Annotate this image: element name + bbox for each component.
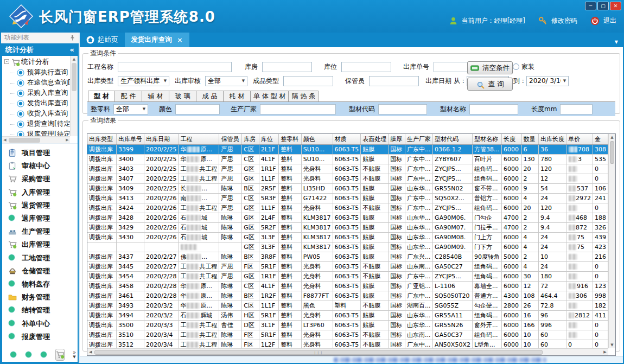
table-row[interactable]: 调拨出库34612020/2/28华原...陈琳B区1R2F整料F8877FT6… (87, 291, 608, 301)
column-header[interactable]: 长度 (501, 134, 521, 144)
table-row[interactable]: 调拨出库35002020/3/3工共工程曹佳D区3L1F整料LT3P606063… (87, 320, 608, 330)
sidebar-item-basket-仓储管理[interactable]: 仓储管理 (2, 265, 78, 278)
column-header[interactable]: 膜厚 (389, 134, 405, 144)
column-header[interactable]: 单价 (566, 134, 593, 144)
tab-home[interactable]: 起始页 (80, 33, 125, 47)
location-input[interactable] (341, 62, 391, 72)
column-header[interactable]: 表面处理 (361, 134, 389, 144)
column-header[interactable]: 型材名称 (472, 134, 501, 144)
table-row[interactable]: 调拨出库33992020/2/25华原...严思C区2L1F整料SU10...6… (87, 144, 608, 154)
material-tab[interactable]: 玻 璃 (169, 91, 196, 101)
column-header[interactable]: 出库日期 (144, 134, 179, 144)
length-input[interactable] (560, 104, 593, 114)
warehouse-input[interactable] (262, 62, 312, 72)
column-header[interactable]: 材质 (333, 134, 361, 144)
menu-dot-icon[interactable] (40, 351, 47, 358)
close-button[interactable]: ✕ (610, 2, 621, 10)
date-to-select[interactable]: 2020/ 3/16 ▼ (526, 76, 569, 86)
column-header[interactable]: 保管员 (219, 134, 242, 144)
out-audit-select[interactable]: 全部 ▼ (205, 76, 247, 86)
scroll-left-icon[interactable]: ◀ (2, 138, 8, 142)
table-row[interactable]: 调拨出库34132020/2/26南...严思C区5R3F整料G71422606… (87, 193, 608, 203)
minimize-button[interactable]: ─ (585, 2, 596, 10)
profile-name-input[interactable] (469, 104, 518, 114)
tab-close-icon[interactable]: × (177, 36, 183, 44)
maximize-button[interactable]: ▢ (597, 2, 609, 10)
scroll-thumb[interactable] (9, 138, 40, 143)
table-row[interactable]: 调拨出库35102020/3/4工共工程陈琳F区5R1F整料光身料6063-T5… (87, 330, 608, 340)
keeper-input[interactable] (369, 76, 419, 86)
column-header[interactable]: 金 (593, 134, 608, 144)
scroll-right-icon[interactable]: ▶ (602, 350, 608, 354)
material-tab[interactable]: 单 体 型 材 (251, 91, 289, 101)
table-row[interactable]: 调拨出库34452020/2/27工共工程严思F区5R1F整料光身料6063-T… (87, 261, 608, 271)
pin-icon[interactable] (69, 35, 75, 41)
tree-item[interactable]: 退货查询[待定] (2, 119, 70, 129)
radio-jiazhuang[interactable]: 家装 (513, 62, 534, 72)
tree-item[interactable]: 退库管理[待定] (2, 129, 70, 136)
material-tab[interactable]: 隔 热 条 (289, 91, 319, 101)
scroll-up-icon[interactable]: ▲ (71, 56, 78, 62)
change-password-link[interactable]: 修改密码 (551, 16, 577, 25)
column-header[interactable]: 颜色 (301, 134, 333, 144)
profile-code-input[interactable] (378, 104, 427, 114)
collapse-icon[interactable]: « (70, 46, 74, 54)
table-row[interactable]: 调拨出库34032020/2/25工共工程严思G区1R1F整料光身料6063-T… (87, 164, 608, 174)
sidebar-item-cart-green-退货管理[interactable]: 退货管理 (2, 199, 78, 212)
material-tab[interactable]: 辅 材 (142, 91, 169, 101)
table-row[interactable]: 调拨出库34092020/2/25长...陈琳B区2R5F整料LI35HD606… (87, 183, 608, 193)
zhengling-select[interactable]: 全部 ▼ (113, 104, 148, 114)
sidebar-item-dot-green-工地管理[interactable]: 工地管理 (2, 252, 78, 265)
product-type-input[interactable] (283, 76, 333, 86)
column-header[interactable]: 生产厂家 (405, 134, 433, 144)
logout-link[interactable]: 退出 (603, 16, 616, 25)
table-row[interactable]: 调拨出库34002020/2/25华原...严思C区4L1F整料SU10...6… (87, 154, 608, 164)
scroll-right-icon[interactable]: ▶ (65, 138, 70, 142)
table-row[interactable]: 调拨出库34302020/2/26石城陈琳G区3L3F整料KLM38176063… (87, 232, 608, 242)
scroll-left-icon[interactable]: ◀ (87, 350, 94, 354)
material-tab[interactable]: 配 件 (115, 91, 142, 101)
column-header[interactable]: 库位 (259, 134, 279, 144)
column-header[interactable]: 出库长度 (538, 134, 566, 144)
column-header[interactable]: 出库类型 (87, 134, 117, 144)
scroll-thumb[interactable] (610, 141, 614, 164)
menu-dot-icon[interactable] (10, 351, 17, 358)
tree-horizontal-scrollbar[interactable]: ◀ ▶ (2, 136, 70, 143)
project-name-input[interactable] (118, 62, 232, 72)
table-row[interactable]: 调拨出库34292020/2/26石城陈琳G区5R2F整料KLM38176063… (87, 222, 608, 232)
table-horizontal-scrollbar[interactable]: ◀ ❘❘❘ ▶ (87, 348, 608, 355)
more-menus-button[interactable]: » ▼ (73, 350, 76, 359)
sidebar-item-cart-采购管理[interactable]: 采购管理 (2, 173, 78, 186)
tree-root-statistics[interactable]: - 统计分析 (2, 56, 70, 67)
factory-input[interactable] (260, 104, 336, 114)
sidebar-item-dot-green-报废管理[interactable]: 报废管理 (2, 330, 78, 343)
column-header[interactable]: 工程 (179, 134, 219, 144)
sidebar-item-clipboard-项目管理[interactable]: 项目管理 (2, 146, 78, 159)
tree-item[interactable]: 收货入库查询 (2, 108, 70, 119)
clear-conditions-button[interactable]: 清空条件 (467, 61, 513, 74)
section-bar-statistics[interactable]: 统计分析 « (1, 43, 79, 56)
tree-vertical-scrollbar[interactable]: ▲ (70, 56, 78, 136)
scroll-thumb[interactable]: ❘❘❘ (94, 350, 543, 355)
table-row[interactable]: 调拨出库34932020/3/2华原...陈琳C区1L1F整料黑色塑料不贴膜国标… (87, 301, 608, 310)
sidebar-item-cart-green-入库管理[interactable]: 入库管理 (2, 186, 78, 199)
sidebar-item-cart-green-出库管理[interactable]: 出库管理 (2, 238, 78, 251)
table-row[interactable]: 调拨出库34542020/2/28工共工程严思G区1R1F整料光身料6063-T… (87, 271, 608, 281)
column-header[interactable]: 数量 (521, 134, 538, 144)
menu-dot-icon[interactable] (25, 351, 32, 358)
search-button[interactable]: 查 询 (467, 78, 513, 91)
sidebar-item-dot-green-退库管理[interactable]: 退库管理 (2, 212, 78, 225)
table-row[interactable]: 调拨出库34282020/2/26石城陈琳G区2L4F整料KLM38176063… (87, 213, 608, 222)
out-type-select[interactable]: 生产领料出库 ▼ (118, 76, 169, 86)
material-tab[interactable]: 耗 材 (224, 91, 251, 101)
column-header[interactable]: 整零料 (279, 134, 301, 144)
table-row[interactable]: 调拨出库34372020/2/27佛...陈琳B区3R8F整料PW056063-… (87, 252, 608, 261)
sidebar-item-folder-财务管理[interactable]: 财务管理 (2, 291, 78, 304)
tree-item[interactable]: 采购入库查询 (2, 88, 70, 98)
material-tab[interactable]: 型 材 (88, 91, 115, 101)
table-vertical-scrollbar[interactable]: ▲ ▼ (608, 134, 615, 348)
tab-list-caret-icon[interactable]: ▼ (615, 40, 618, 44)
column-header[interactable]: 出库单号 (117, 134, 144, 144)
table-row[interactable]: 调拨出库34072020/2/25工共工程严思G区1L1F整料光身料6063-T… (87, 174, 608, 183)
scroll-down-icon[interactable]: ▼ (609, 342, 615, 348)
